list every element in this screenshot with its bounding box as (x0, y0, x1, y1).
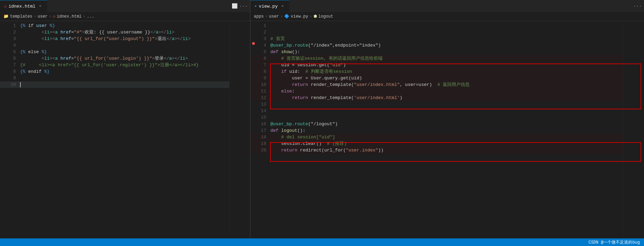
code-line: 5 def show(): (250, 49, 623, 55)
tab-bar: ◇ idnex.html × ⬜ ··· ● view.py × ··· (0, 0, 644, 12)
html-file-icon: ◇ (4, 4, 7, 9)
code-line: 10 return render_template("user/index.ht… (250, 81, 623, 88)
code-editor-right[interactable]: 1 2 3 # 首页 4 @ (250, 21, 623, 238)
breakpoint-dot (252, 42, 255, 45)
split-editor-button[interactable]: ⬜ (231, 2, 238, 10)
code-line: 7 uid = session.get("uid") (250, 62, 623, 68)
breadcrumb-logout: logout (318, 14, 333, 19)
tab-label: idnex.html (9, 4, 36, 9)
code-line: 11 else: (250, 88, 623, 95)
breadcrumb-user: user (38, 14, 48, 19)
code-line: 4 (0, 42, 229, 49)
code-line: 1 {% if user %} (0, 22, 229, 29)
tab-close-idnex[interactable]: × (38, 3, 43, 9)
code-line: 8 {% endif %} (0, 68, 229, 75)
minimap-right (623, 21, 644, 238)
code-line: 14 (250, 108, 623, 114)
editor-pane-right: apps › user › 🔷 view.py › ⬟ logout 1 (250, 12, 644, 238)
breadcrumb-templates: templates (10, 14, 32, 19)
code-line: 8 if uid: # 判断是否有session (250, 68, 623, 75)
breadcrumb-apps: apps (254, 14, 264, 19)
code-line: 13 (250, 101, 623, 108)
code-line: 9 (0, 75, 229, 81)
code-line: 17 def logout(): (250, 127, 623, 134)
tab-close-view[interactable]: × (280, 3, 285, 9)
py-file-icon: ● (254, 4, 257, 8)
breadcrumb-viewpy: view.py (291, 14, 308, 19)
minimap-left (229, 21, 250, 238)
more-actions-button-right[interactable]: ··· (634, 2, 641, 10)
code-line: 20 return redirect(url_for("user.index")… (250, 147, 623, 154)
code-line: 5 {% else %} (0, 49, 229, 55)
tab-idnex-html[interactable]: ◇ idnex.html × (0, 0, 47, 12)
code-line: 12 return render_template('user/index.ht… (250, 95, 623, 101)
breadcrumb-filename: idnex.html (57, 14, 81, 19)
editor-area: 📁 templates › user › ◇ idnex.html › ... … (0, 12, 644, 238)
breadcrumb-html-icon: ◇ (53, 14, 55, 19)
code-line: 2 <li><a href="#">欢迎: {{ user.username }… (0, 29, 229, 36)
code-line: 19 session.clear() # (推荐) (250, 140, 623, 147)
code-line: 7 {# <li><a href="{{ url_for('user.regis… (0, 62, 229, 68)
code-line: 16 @user_bp.route("/logout") (250, 121, 623, 127)
code-line: 18 # del session["uid"] (250, 134, 623, 140)
code-line: 2 (250, 29, 623, 36)
more-actions-button-left[interactable]: ··· (240, 2, 247, 10)
status-bar: CSDN @一个微不足道的bug (0, 238, 644, 246)
tab-view-py[interactable]: ● view.py × (250, 0, 289, 12)
code-line: 6 <li><a href="{{ url_for('user.login') … (0, 55, 229, 62)
code-editor-left[interactable]: 1 {% if user %} 2 <li><a href="#">欢迎: {{… (0, 21, 229, 238)
code-line: 3 <li><a href="{{ url_for("user.logout")… (0, 36, 229, 42)
tab-label-py: view.py (259, 4, 278, 9)
code-line: 6 # 首页验证session, 有的话返回用户信息给前端 (250, 55, 623, 62)
code-line: 1 (250, 22, 623, 29)
breadcrumb-right: apps › user › 🔷 view.py › ⬟ logout (250, 12, 644, 21)
code-line: 15 (250, 114, 623, 121)
breadcrumb-ellipsis: ... (87, 14, 94, 19)
code-line-breakpoint: 4 @user_bp.route("/index",endpoint="inde… (250, 42, 623, 49)
breadcrumb-func-icon: ⬟ (314, 14, 317, 19)
code-line: 9 user = User.query.get(uid) (250, 75, 623, 81)
editor-pane-left: 📁 templates › user › ◇ idnex.html › ... … (0, 12, 250, 238)
code-line: 3 # 首页 (250, 36, 623, 42)
status-text: CSDN @一个微不足道的bug (588, 239, 640, 245)
breadcrumb-folder-icon: 📁 (3, 14, 9, 19)
breadcrumb-left: 📁 templates › user › ◇ idnex.html › ... (0, 12, 250, 21)
breadcrumb-user-right: user (269, 14, 279, 19)
breadcrumb-py-icon: 🔷 (284, 14, 289, 19)
code-line-cursor: 10 (0, 81, 229, 88)
